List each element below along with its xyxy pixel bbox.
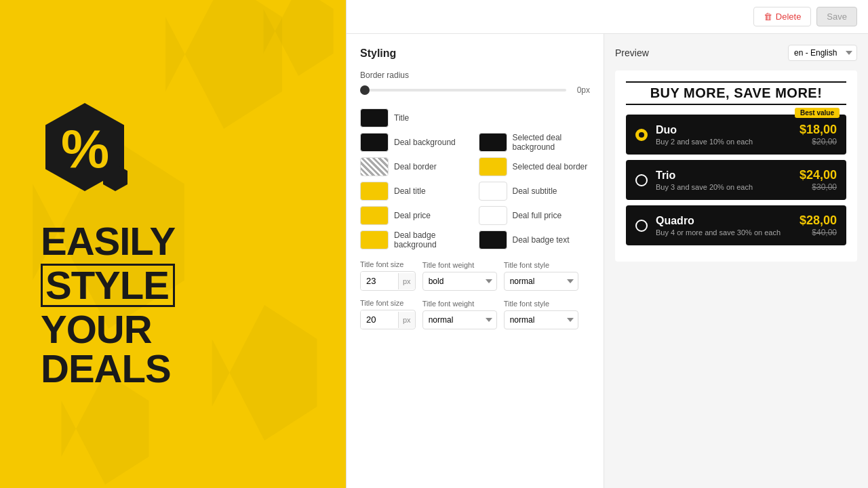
font-style-field-2: Title font style normal italic xyxy=(504,300,578,329)
swatch-row-deal-title: Deal title Deal subtitle xyxy=(360,182,590,201)
preview-panel: Preview en - English fr - French de - Ge… xyxy=(604,34,868,488)
deal-radio-quadro xyxy=(635,220,648,232)
deals-main-title: BUY MORE, SAVE MORE! xyxy=(626,81,846,105)
slider-track xyxy=(360,89,566,92)
color-swatch-deal-price[interactable] xyxy=(360,206,389,225)
swatch-row-deal-price: Deal price Deal full price xyxy=(360,206,590,225)
panel-title: Styling xyxy=(360,47,590,60)
color-swatch-deal-border[interactable] xyxy=(360,157,389,176)
logo-area: % xyxy=(41,100,136,195)
swatch-row-title: Title xyxy=(360,108,590,127)
window-content: Styling Border radius 0px Title xyxy=(347,34,868,488)
font-style-label-1: Title font style xyxy=(504,261,578,269)
deal-card-quadro[interactable]: Quadro Buy 4 or more and save 30% on eac… xyxy=(626,205,846,245)
font-row-2: Title font size px Title font weight nor… xyxy=(360,299,590,329)
best-value-badge: Best value xyxy=(795,108,840,118)
font-size-label-2: Title font size xyxy=(360,299,416,307)
font-style-select-2[interactable]: normal italic xyxy=(504,310,578,329)
deal-name-quadro: Quadro xyxy=(656,215,800,227)
left-panel: % EASILY STYLE YOUR DEALS xyxy=(0,0,332,488)
logo-hex-icon: % xyxy=(41,100,129,195)
color-swatch-deal-bg[interactable] xyxy=(360,133,389,152)
font-size-unit-2: px xyxy=(398,312,415,328)
deal-card-duo[interactable]: Best value Duo Buy 2 and save 10% on eac… xyxy=(626,115,846,155)
color-swatches-section: Title Deal background Selected deal back… xyxy=(360,108,590,249)
font-style-field-1: Title font style normal italic xyxy=(504,261,578,291)
delete-button[interactable]: 🗑 Delete xyxy=(753,7,812,26)
font-weight-field-2: Title font weight normal bold xyxy=(422,300,497,329)
border-radius-value: 0px xyxy=(573,85,590,95)
deal-info-quadro: Quadro Buy 4 or more and save 30% on eac… xyxy=(656,215,800,237)
lang-select[interactable]: en - English fr - French de - German xyxy=(788,45,857,61)
deal-price-quadro: $28,00 xyxy=(800,214,837,228)
border-radius-section: Border radius 0px xyxy=(360,70,590,95)
font-weight-label-1: Title font weight xyxy=(422,261,497,269)
promo-line4: DEALS xyxy=(41,349,175,388)
svg-text:%: % xyxy=(61,119,109,179)
deal-name-duo: Duo xyxy=(656,124,800,136)
preview-header: Preview en - English fr - French de - Ge… xyxy=(615,45,857,61)
swatch-row-deal-border: Deal border Selected deal border xyxy=(360,157,590,176)
deal-desc-trio: Buy 3 and save 20% on each xyxy=(656,183,800,191)
deal-original-price-trio: $30,00 xyxy=(800,182,837,192)
font-size-unit-1: px xyxy=(398,273,415,289)
app-window: 🗑 Delete Save Styling Border radius 0px xyxy=(346,0,868,488)
deal-original-price-quadro: $40,00 xyxy=(800,228,837,237)
styling-panel: Styling Border radius 0px Title xyxy=(347,34,604,488)
font-size-input-2[interactable] xyxy=(361,310,398,329)
deal-pricing-duo: $18,00 $20,00 xyxy=(800,123,837,146)
font-size-field-1: Title font size px xyxy=(360,260,416,291)
border-radius-label: Border radius xyxy=(360,70,590,80)
promo-line1: EASILY xyxy=(41,222,175,261)
font-size-field-2: Title font size px xyxy=(360,299,416,329)
font-size-input-wrapper-1: px xyxy=(360,271,416,291)
deal-info-duo: Duo Buy 2 and save 10% on each xyxy=(656,124,800,146)
font-style-select-1[interactable]: normal italic xyxy=(504,272,578,291)
deal-card-trio[interactable]: Trio Buy 3 and save 20% on each $24,00 $… xyxy=(626,160,846,200)
window-toolbar: 🗑 Delete Save xyxy=(347,0,868,34)
deals-preview: BUY MORE, SAVE MORE! Best value Duo Buy … xyxy=(615,70,857,262)
slider-thumb[interactable] xyxy=(360,85,370,95)
font-size-input-wrapper-2: px xyxy=(360,310,416,329)
font-size-input-1[interactable] xyxy=(361,272,398,290)
promo-text: EASILY STYLE YOUR DEALS xyxy=(41,222,175,388)
color-swatch-deal-full-price[interactable] xyxy=(479,206,507,225)
color-swatch-selected-deal-border[interactable] xyxy=(479,157,507,176)
deal-desc-quadro: Buy 4 or more and save 30% on each xyxy=(656,228,800,237)
trash-icon: 🗑 xyxy=(764,12,772,22)
color-swatch-deal-badge-bg[interactable] xyxy=(360,230,389,249)
promo-line2: STYLE xyxy=(41,264,175,307)
deal-radio-inner-duo xyxy=(639,132,644,138)
deal-radio-trio xyxy=(635,174,648,186)
font-weight-field-1: Title font weight bold normal xyxy=(422,261,497,291)
deal-info-trio: Trio Buy 3 and save 20% on each xyxy=(656,169,800,191)
deal-original-price-duo: $20,00 xyxy=(800,137,837,146)
save-button[interactable]: Save xyxy=(816,7,857,26)
font-row-1: Title font size px Title font weight bol… xyxy=(360,260,590,291)
deal-pricing-quadro: $28,00 $40,00 xyxy=(800,214,837,237)
deal-pricing-trio: $24,00 $30,00 xyxy=(800,168,837,192)
deal-name-trio: Trio xyxy=(656,169,800,182)
color-swatch-selected-deal-bg[interactable] xyxy=(479,133,507,152)
font-settings-title: Title font size px Title font weight bol… xyxy=(360,260,590,329)
font-weight-select-1[interactable]: bold normal xyxy=(422,272,497,291)
swatch-row-deal-badge: Deal badge background Deal badge text xyxy=(360,230,590,249)
deal-price-duo: $18,00 xyxy=(800,123,837,137)
font-style-label-2: Title font style xyxy=(504,300,578,308)
deal-price-trio: $24,00 xyxy=(800,168,837,182)
color-swatch-deal-title[interactable] xyxy=(360,182,389,201)
color-swatch-deal-subtitle[interactable] xyxy=(479,182,507,201)
preview-title: Preview xyxy=(615,47,649,58)
promo-line3: YOUR xyxy=(41,310,175,349)
deal-radio-duo xyxy=(635,129,648,141)
color-swatch-deal-badge-text[interactable] xyxy=(479,230,507,249)
color-swatch-title[interactable] xyxy=(360,108,389,127)
font-weight-select-2[interactable]: normal bold xyxy=(422,310,497,329)
swatch-row-deal-bg: Deal background Selected deal background xyxy=(360,133,590,152)
border-radius-slider-row: 0px xyxy=(360,85,590,95)
font-size-label-1: Title font size xyxy=(360,260,416,268)
deal-desc-duo: Buy 2 and save 10% on each xyxy=(656,138,800,146)
font-weight-label-2: Title font weight xyxy=(422,300,497,308)
